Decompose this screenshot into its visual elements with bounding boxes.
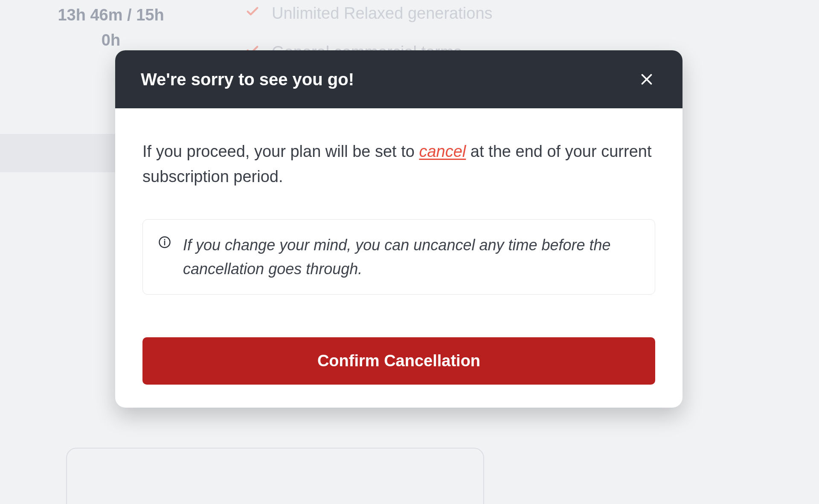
cancellation-modal: We're sorry to see you go! If you procee… [115, 50, 682, 408]
close-icon [639, 72, 654, 87]
message-text-before: If you proceed, your plan will be set to [142, 142, 419, 160]
modal-footer: Confirm Cancellation [115, 295, 682, 408]
modal-overlay: We're sorry to see you go! If you procee… [0, 0, 819, 504]
info-box: If you change your mind, you can uncance… [142, 219, 655, 295]
modal-header: We're sorry to see you go! [115, 50, 682, 108]
close-button[interactable] [636, 69, 657, 90]
confirm-cancellation-button[interactable]: Confirm Cancellation [142, 337, 655, 385]
info-text: If you change your mind, you can uncance… [183, 233, 639, 281]
modal-body: If you proceed, your plan will be set to… [115, 108, 682, 295]
info-icon [158, 236, 171, 250]
modal-message: If you proceed, your plan will be set to… [142, 139, 655, 189]
cancel-emphasis: cancel [419, 142, 466, 160]
modal-title: We're sorry to see you go! [141, 70, 354, 89]
svg-point-4 [164, 239, 166, 240]
